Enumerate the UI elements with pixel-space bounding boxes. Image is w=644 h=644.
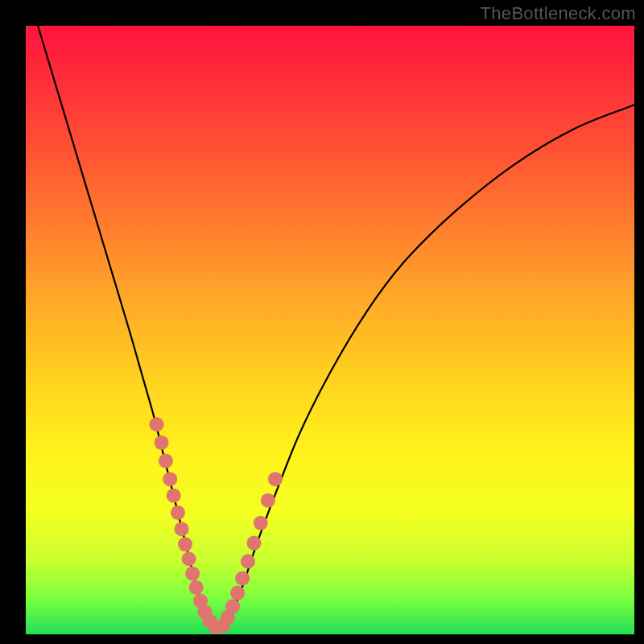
data-point <box>268 472 283 486</box>
chart-svg <box>26 26 634 634</box>
data-point <box>225 599 240 613</box>
data-point <box>163 472 177 486</box>
data-point <box>171 506 185 520</box>
data-point <box>178 537 192 551</box>
plot-area <box>26 26 634 634</box>
data-point <box>189 580 204 595</box>
data-point <box>235 571 250 585</box>
data-point <box>167 489 181 503</box>
data-point <box>261 493 275 508</box>
data-point <box>175 522 189 536</box>
data-point <box>185 566 200 580</box>
data-point <box>230 586 245 601</box>
bottleneck-curve <box>38 26 634 630</box>
data-point <box>150 417 164 431</box>
data-point <box>241 554 255 568</box>
watermark-text: TheBottleneck.com <box>481 3 636 24</box>
data-point-cluster <box>150 417 283 634</box>
data-point <box>155 436 169 450</box>
data-point <box>254 516 268 530</box>
data-point <box>247 536 262 551</box>
data-point <box>159 454 173 469</box>
data-point <box>182 551 196 566</box>
chart-frame: TheBottleneck.com <box>0 0 644 644</box>
